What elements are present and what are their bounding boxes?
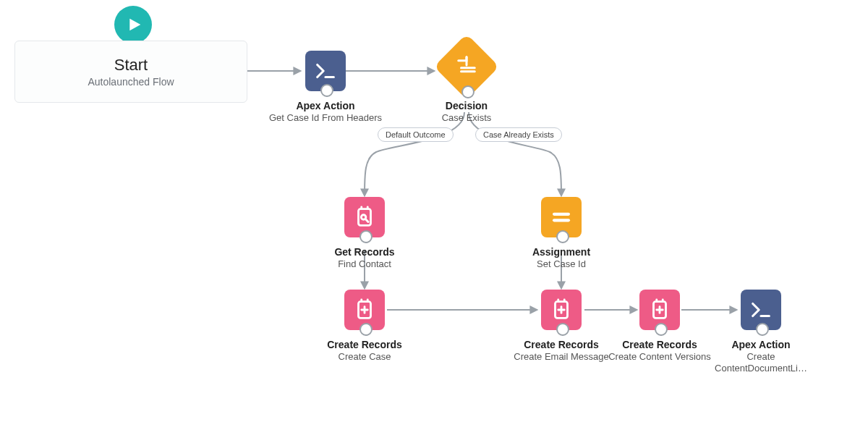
node-title: Get Records <box>334 246 394 258</box>
node-sub: Case Exists <box>442 112 492 123</box>
get-records-icon <box>344 197 385 237</box>
node-decision-case-exists[interactable]: Decision Case Exists <box>409 43 524 123</box>
outcome-default[interactable]: Default Outcome <box>378 127 454 142</box>
node-sub: Set Case Id <box>537 258 586 270</box>
svg-line-4 <box>365 219 368 222</box>
node-sub: Create Email Message <box>514 351 609 363</box>
node-title: Assignment <box>532 246 590 258</box>
flow-canvas[interactable]: Start Autolaunched Flow Apex Action Get … <box>0 0 868 430</box>
start-title: Start <box>114 56 148 75</box>
create-records-icon <box>639 290 680 330</box>
node-sub: Get Case Id From Headers <box>269 112 382 124</box>
create-records-icon <box>541 290 582 330</box>
node-assignment-set-case-id[interactable]: Assignment Set Case Id <box>503 197 619 270</box>
create-records-icon <box>344 290 385 330</box>
node-create-records-create-case[interactable]: Create Records Create Case <box>307 290 422 363</box>
node-sub: Create Content Versions <box>608 351 711 363</box>
node-apex-action-get-case-id[interactable]: Apex Action Get Case Id From Headers <box>268 51 383 124</box>
node-title: Apex Action <box>296 100 354 111</box>
start-subtitle: Autolaunched Flow <box>88 76 174 88</box>
node-title: Create Records <box>524 339 599 350</box>
node-title: Decision <box>446 100 488 111</box>
node-apex-action-content-doc-link[interactable]: Apex Action Create ContentDocumentLi… <box>703 290 819 375</box>
node-sub: Create ContentDocumentLi… <box>703 351 819 375</box>
start-play-icon[interactable] <box>114 6 152 43</box>
node-get-records-find-contact[interactable]: Get Records Find Contact <box>307 197 422 270</box>
assignment-icon <box>541 197 582 237</box>
node-sub: Find Contact <box>338 258 391 270</box>
node-title: Apex Action <box>731 339 790 350</box>
node-create-records-content-versions[interactable]: Create Records Create Content Versions <box>602 290 718 363</box>
apex-action-icon <box>741 290 781 330</box>
outcome-case-already-exists[interactable]: Case Already Exists <box>475 127 562 142</box>
node-title: Create Records <box>622 339 697 350</box>
node-sub: Create Case <box>339 351 391 363</box>
apex-action-icon <box>305 51 346 91</box>
node-title: Create Records <box>327 339 402 350</box>
start-node[interactable]: Start Autolaunched Flow <box>14 41 247 103</box>
